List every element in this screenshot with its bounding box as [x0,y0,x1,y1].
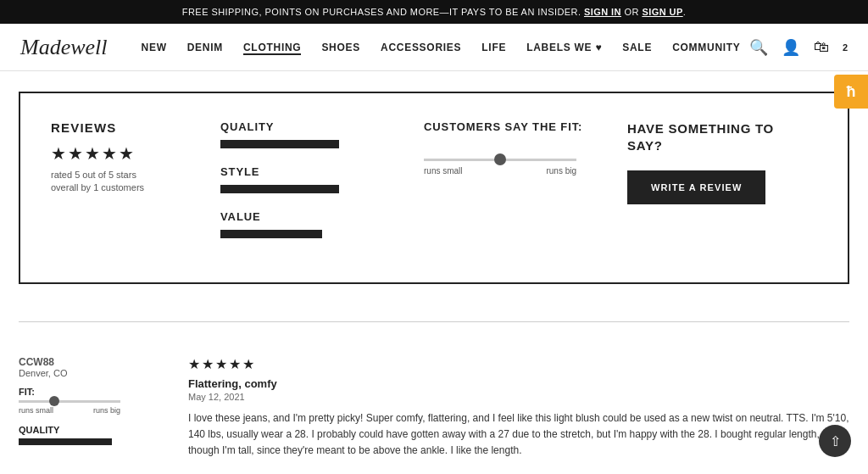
rating-text: rated 5 out of 5 stars [51,169,220,181]
star-5: ★ [119,143,134,164]
style-heading: STYLE [220,165,407,178]
reviewer-location: Denver, CO [19,368,171,378]
write-review-button[interactable]: WRITE A REVIEW [627,170,765,204]
review-star-3: ★ [215,356,227,372]
nav-bar: Madewell NEW DENIM CLOTHING SHOES ACCESS… [0,24,868,71]
cart-count[interactable]: 2 [843,42,848,53]
reviewer-fit-knob [49,396,59,406]
nav-link-community[interactable]: COMMUNITY [672,42,740,53]
review-body: I love these jeans, and I'm pretty picky… [188,410,849,460]
account-icon[interactable]: 👤 [782,38,800,57]
review-star-2: ★ [202,356,214,372]
write-review-section: HAVE SOMETHING TO SAY? WRITE A REVIEW [610,120,817,255]
quality-heading: QUALITY [220,120,407,133]
fit-heading: CUSTOMERS SAY THE FIT: [424,120,593,133]
review-star-5: ★ [242,356,254,372]
value-bar-section: VALUE [220,210,407,238]
reviews-heading: REVIEWS [51,120,220,135]
fit-section: CUSTOMERS SAY THE FIT: runs small runs b… [407,120,610,255]
star-3: ★ [85,143,100,164]
back-to-top-button[interactable]: ⇧ [819,425,851,457]
nav-item-shoes[interactable]: SHOES [321,41,360,53]
style-bar [220,185,339,193]
nav-link-labels[interactable]: LABELS WE ♥ [526,42,602,53]
reviews-container: REVIEWS ★ ★ ★ ★ ★ rated 5 out of 5 stars… [19,92,849,284]
nav-link-shoes[interactable]: SHOES [321,42,360,53]
star-1: ★ [51,143,66,164]
review-content: ★ ★ ★ ★ ★ Flattering, comfy May 12, 2021… [188,356,849,460]
reviewer-fit-labels: runs small runs big [19,406,120,415]
fit-runs-small: runs small [424,166,463,176]
banner-end: . [683,7,687,17]
review-item: CCW88 Denver, CO FIT: runs small runs bi… [19,339,849,474]
review-divider [19,321,849,322]
star-4: ★ [102,143,117,164]
ratings-bars: QUALITY STYLE VALUE [220,120,407,255]
style-bar-section: STYLE [220,165,407,193]
quality-bar-section: QUALITY [220,120,407,148]
nav-link-life[interactable]: LIFE [481,42,506,53]
reviewer-fit-small: runs small [19,406,53,415]
review-star-1: ★ [188,356,200,372]
banner-text: FREE SHIPPING, POINTS ON PURCHASES AND M… [182,7,584,17]
fit-slider: runs small runs big [424,159,576,176]
honey-label: ħ [847,83,856,101]
fit-labels: runs small runs big [424,166,576,176]
review-stars: ★ ★ ★ ★ ★ [188,356,849,372]
nav-item-sale[interactable]: SALE [622,41,652,53]
nav-link-accessories[interactable]: ACCESSORIES [381,42,461,53]
value-bar [220,230,322,238]
nav-link-denim[interactable]: DENIM [187,42,223,53]
nav-item-community[interactable]: COMMUNITY [672,41,740,53]
quality-bar [220,140,339,148]
star-2: ★ [68,143,83,164]
nav-link-new[interactable]: NEW [142,42,167,53]
top-banner: FREE SHIPPING, POINTS ON PURCHASES AND M… [0,0,868,24]
nav-links: NEW DENIM CLOTHING SHOES ACCESSORIES LIF… [142,41,749,53]
reviewer-fit-slider: runs small runs big [19,400,120,415]
reviewer-quality-bar [19,438,112,445]
cart-icon[interactable]: 🛍 [814,38,829,56]
nav-item-denim[interactable]: DENIM [187,41,223,53]
value-heading: VALUE [220,210,407,223]
reviews-grid: REVIEWS ★ ★ ★ ★ ★ rated 5 out of 5 stars… [51,120,817,255]
customers-text: overall by 1 customers [51,181,220,194]
have-something-heading: HAVE SOMETHING TO SAY? [627,120,800,153]
nav-item-new[interactable]: NEW [142,41,167,53]
logo[interactable]: Madewell [20,35,108,60]
fit-track [424,159,576,161]
honey-button[interactable]: ħ [834,75,868,109]
review-date: May 12, 2021 [188,392,849,402]
reviewer-fit-track [19,400,120,403]
fit-runs-big: runs big [546,166,576,176]
reviewer-fit-big: runs big [93,406,120,415]
reviewer-fit-label: FIT: [19,387,171,397]
nav-item-accessories[interactable]: ACCESSORIES [381,41,461,53]
nav-item-labels[interactable]: LABELS WE ♥ [526,41,602,53]
reviewer-username: CCW88 [19,356,171,368]
nav-link-sale[interactable]: SALE [622,42,652,53]
nav-item-life[interactable]: LIFE [481,41,506,53]
nav-link-clothing[interactable]: CLOTHING [243,42,301,55]
nav-item-clothing[interactable]: CLOTHING [243,41,301,53]
sign-in-link[interactable]: SIGN IN [584,7,621,17]
review-title: Flattering, comfy [188,377,849,390]
nav-icons: 🔍 👤 🛍 2 [749,38,848,57]
sign-up-link[interactable]: SIGN UP [642,7,682,17]
reviews-summary: REVIEWS ★ ★ ★ ★ ★ rated 5 out of 5 stars… [51,120,220,255]
stars-display: ★ ★ ★ ★ ★ [51,143,220,164]
review-star-4: ★ [229,356,241,372]
banner-or: OR [621,7,642,17]
fit-knob [494,153,506,165]
search-icon[interactable]: 🔍 [749,38,768,57]
reviewer-info: CCW88 Denver, CO FIT: runs small runs bi… [19,356,171,460]
reviewer-quality-label: QUALITY [19,425,171,435]
review-list: CCW88 Denver, CO FIT: runs small runs bi… [19,304,849,474]
